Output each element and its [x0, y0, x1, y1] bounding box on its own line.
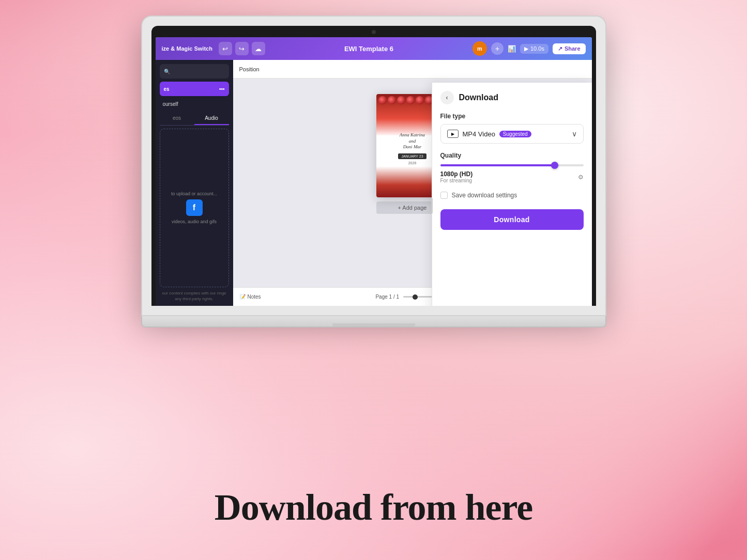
panel-back-button[interactable]: ‹ [440, 91, 454, 104]
back-icon: ‹ [446, 94, 448, 101]
main-area: 🔍 es ••• ourself eos Audio [156, 60, 592, 306]
canva-app: ize & Magic Switch ↩ ↪ ☁ EWI Template 6 … [156, 37, 592, 306]
quality-resolution: 1080p (HD) [440, 170, 473, 178]
navbar-brand: ize & Magic Switch [162, 45, 212, 52]
editor-toolbar: Position [233, 60, 592, 79]
quality-info: 1080p (HD) For streaming ⚙ [440, 170, 584, 183]
sidebar-search[interactable]: 🔍 [160, 64, 229, 79]
share-button[interactable]: ↗ Share [553, 43, 586, 54]
sidebar-yourself-label: ourself [160, 99, 229, 109]
file-type-left: ▶ MP4 Video Suggested [447, 130, 531, 138]
left-sidebar: 🔍 es ••• ourself eos Audio [156, 60, 233, 306]
save-settings-checkbox[interactable] [440, 192, 448, 199]
download-panel: ‹ Download File type ▶ MP4 Video [432, 83, 592, 306]
quality-slider-thumb [551, 162, 558, 169]
rose-1 [378, 96, 387, 104]
notes-label: Notes [248, 294, 261, 300]
card-date-day: 23 [419, 154, 423, 158]
page-info-text: Page 1 / 1 [375, 294, 399, 300]
bottom-cta-text: Download from here [215, 486, 532, 529]
upload-area[interactable]: to upload or account... f videos, audio … [160, 129, 229, 287]
chevron-down-icon: ∨ [572, 130, 577, 138]
quality-info-left: 1080p (HD) For streaming [440, 170, 473, 183]
project-title: EWI Template 6 [344, 45, 393, 53]
zoom-thumb [413, 294, 418, 300]
rose-4 [406, 96, 415, 104]
resize-handle[interactable] [430, 83, 435, 306]
card-date: JANUARY 23 [398, 153, 426, 159]
share-label: Share [565, 45, 581, 52]
notes-icon: 📝 [239, 294, 246, 300]
notes-button[interactable]: 📝 Notes [239, 294, 261, 300]
quality-label: Quality [440, 152, 584, 159]
navbar: ize & Magic Switch ↩ ↪ ☁ EWI Template 6 … [156, 37, 592, 60]
tab-videos[interactable]: eos [160, 112, 194, 125]
add-collaborator-button[interactable]: + [491, 42, 504, 55]
share-icon: ↗ [558, 45, 562, 52]
quality-section: Quality 1080p (HD) For streaming [440, 152, 584, 183]
rose-3 [397, 96, 405, 104]
quality-settings-icon[interactable]: ⚙ [578, 174, 584, 181]
rose-2 [388, 96, 396, 104]
laptop-body: ize & Magic Switch ↩ ↪ ☁ EWI Template 6 … [141, 15, 606, 316]
redo-button[interactable]: ↪ [235, 42, 249, 55]
card-name-1: Anna Katrina [400, 132, 425, 137]
screen-content: ize & Magic Switch ↩ ↪ ☁ EWI Template 6 … [156, 37, 592, 306]
sidebar-media-label: es [164, 86, 170, 92]
download-button[interactable]: Download [440, 209, 584, 230]
laptop: ize & Magic Switch ↩ ↪ ☁ EWI Template 6 … [141, 15, 606, 328]
editor-area: Position 🔒 [233, 60, 592, 306]
upload-prompt-text: to upload or account... [171, 191, 217, 196]
sidebar-tabs: eos Audio [160, 112, 229, 126]
card-date-label: JANUARY [401, 154, 418, 158]
panel-title: Download [459, 93, 498, 102]
video-icon: ▶ [447, 130, 459, 138]
tab-audio[interactable]: Audio [194, 112, 229, 125]
media-types-label: videos, audio and gifs [172, 219, 217, 224]
card-and: and [409, 138, 416, 144]
navbar-center: EWI Template 6 [269, 45, 468, 53]
undo-button[interactable]: ↩ [219, 42, 232, 55]
stats-button[interactable]: 📊 [508, 45, 516, 53]
compliance-text: our content complies with our ringe any … [160, 290, 229, 302]
save-settings-label: Save download settings [452, 192, 517, 199]
rose-5 [416, 96, 424, 104]
search-icon: 🔍 [164, 69, 170, 74]
suggested-badge: Suggested [499, 131, 531, 137]
navbar-icons: ↩ ↪ ☁ [219, 42, 265, 55]
sidebar-media-bar[interactable]: es ••• [160, 82, 229, 96]
ellipsis-icon: ••• [219, 86, 225, 92]
screen-bezel: ize & Magic Switch ↩ ↪ ☁ EWI Template 6 … [151, 26, 596, 306]
play-button[interactable]: ▶ 10.0s [520, 44, 548, 54]
quality-slider-fill [440, 164, 555, 166]
play-icon: ▶ [524, 45, 528, 52]
file-type-selector[interactable]: ▶ MP4 Video Suggested ∨ [440, 124, 584, 144]
facebook-icon[interactable]: f [186, 199, 203, 216]
card-name-2: Dani Mar [403, 144, 422, 149]
file-type-name: MP4 Video [463, 130, 495, 138]
avatar[interactable]: m [472, 41, 487, 56]
navbar-right: m + 📊 ▶ 10.0s ↗ Share [472, 41, 586, 56]
laptop-base [141, 316, 606, 328]
save-settings: Save download settings [440, 192, 584, 199]
panel-header: ‹ Download [440, 91, 584, 104]
position-label: Position [239, 66, 260, 72]
play-duration: 10.0s [530, 45, 544, 52]
quality-slider-track[interactable] [440, 164, 584, 166]
quality-sub: For streaming [440, 178, 473, 183]
cloud-button[interactable]: ☁ [252, 42, 265, 55]
file-type-label: File type [440, 113, 584, 120]
